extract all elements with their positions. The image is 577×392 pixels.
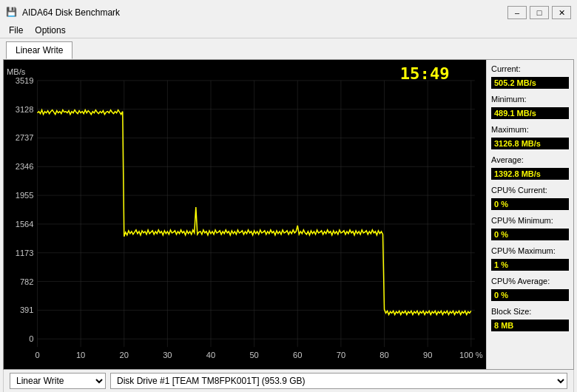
cpu-minimum-value: 0 % (491, 229, 569, 240)
menu-file[interactable]: File (3, 24, 29, 37)
svg-text:3128: 3128 (16, 105, 34, 114)
svg-text:30: 30 (163, 351, 172, 359)
svg-text:40: 40 (206, 351, 215, 359)
minimum-value: 489.1 MB/s (491, 107, 569, 119)
drive-select-dropdown[interactable]: Disk Drive #1 [TEAM TM8FPK001T] (953.9 G… (110, 373, 567, 389)
cpu-maximum-label: CPU% Maximum: (491, 246, 569, 255)
svg-text:70: 70 (337, 351, 345, 359)
window-controls: – □ ✕ (507, 6, 571, 19)
svg-text:20: 20 (120, 351, 129, 359)
svg-text:2346: 2346 (16, 162, 34, 171)
block-size-label: Block Size: (491, 307, 569, 316)
tab-bar: Linear Write (0, 38, 577, 59)
svg-text:391: 391 (20, 305, 34, 314)
maximum-label: Maximum: (491, 125, 569, 134)
block-size-value: 8 MB (491, 320, 569, 331)
svg-text:2737: 2737 (16, 134, 34, 143)
menu-options[interactable]: Options (29, 24, 71, 37)
tab-linear-write[interactable]: Linear Write (6, 41, 72, 59)
svg-text:1955: 1955 (16, 191, 34, 200)
svg-text:15:49: 15:49 (400, 64, 450, 83)
close-button[interactable]: ✕ (552, 6, 571, 19)
cpu-minimum-label: CPU% Minimum: (491, 216, 569, 225)
average-value: 1392.8 MB/s (491, 168, 569, 180)
svg-text:10: 10 (76, 351, 85, 359)
svg-text:MB/s: MB/s (7, 67, 26, 76)
svg-text:3519: 3519 (16, 76, 34, 85)
svg-text:0: 0 (35, 351, 39, 359)
test-type-dropdown[interactable]: Linear Write (10, 373, 106, 389)
svg-rect-0 (4, 60, 486, 369)
main-content: 3519 3128 2737 2346 1955 1564 1173 782 3… (3, 59, 574, 370)
maximum-value: 3126.8 MB/s (491, 138, 569, 149)
svg-text:80: 80 (379, 351, 388, 359)
cpu-maximum-value: 1 % (491, 259, 569, 271)
average-label: Average: (491, 155, 569, 164)
svg-text:1173: 1173 (16, 249, 34, 257)
current-label: Current: (491, 64, 569, 73)
window-title: AIDA64 Disk Benchmark (22, 7, 120, 18)
current-value: 505.2 MB/s (491, 77, 569, 89)
svg-text:0: 0 (29, 334, 33, 343)
app-icon: 💾 (6, 7, 18, 18)
svg-text:90: 90 (423, 351, 432, 359)
svg-text:1564: 1564 (16, 220, 34, 229)
title-bar: 💾 AIDA64 Disk Benchmark – □ ✕ (0, 0, 577, 22)
cpu-average-label: CPU% Average: (491, 277, 569, 285)
menu-bar: File Options (0, 22, 577, 38)
cpu-average-value: 0 % (491, 289, 569, 301)
chart-area: 3519 3128 2737 2346 1955 1564 1173 782 3… (4, 60, 486, 369)
cpu-current-label: CPU% Current: (491, 186, 569, 195)
bottom-controls: Linear Write Disk Drive #1 [TEAM TM8FPK0… (3, 370, 574, 392)
svg-text:60: 60 (293, 351, 302, 359)
svg-text:100 %: 100 % (459, 351, 483, 359)
right-panel: Current: 505.2 MB/s Minimum: 489.1 MB/s … (486, 60, 573, 369)
svg-text:50: 50 (249, 351, 258, 359)
cpu-current-value: 0 % (491, 198, 569, 210)
svg-text:782: 782 (20, 277, 34, 286)
maximize-button[interactable]: □ (530, 6, 549, 19)
minimum-label: Minimum: (491, 95, 569, 104)
minimize-button[interactable]: – (507, 6, 527, 19)
chart-svg: 3519 3128 2737 2346 1955 1564 1173 782 3… (4, 60, 486, 369)
